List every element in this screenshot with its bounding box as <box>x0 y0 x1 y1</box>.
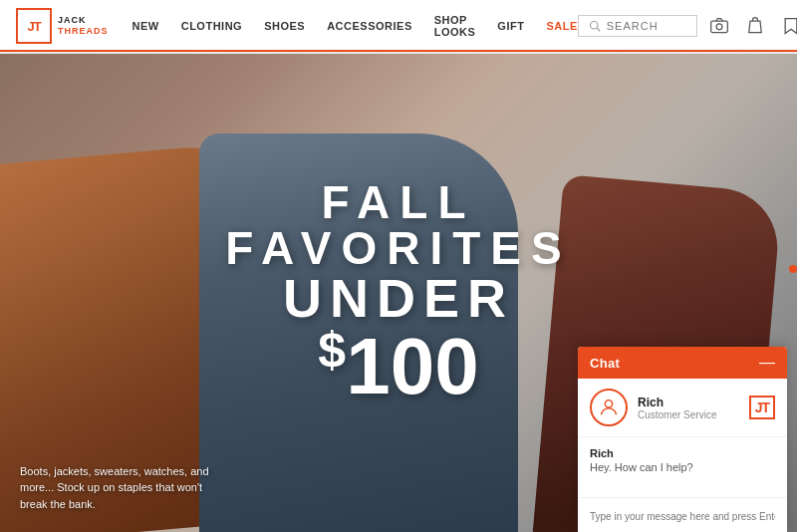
agent-role: Customer Service <box>638 409 716 420</box>
agent-avatar-icon <box>598 397 620 418</box>
hero-line3: UNDER <box>225 271 571 325</box>
chat-agent-info: Rich Customer Service <box>590 389 716 426</box>
svg-line-1 <box>597 28 600 31</box>
nav-item-clothing[interactable]: CLOTHING <box>181 20 242 32</box>
red-dot-indicator <box>789 265 797 273</box>
search-input[interactable] <box>607 20 686 32</box>
nav-item-sale[interactable]: SALE <box>546 20 577 32</box>
svg-rect-2 <box>710 21 727 33</box>
logo-icon: JT <box>16 8 52 44</box>
hero-subtitle: Boots, jackets, sweaters, watches, and m… <box>20 463 219 513</box>
header-icons <box>707 14 797 38</box>
bag-icon-button[interactable] <box>743 14 767 38</box>
header-red-bar <box>0 50 797 52</box>
chat-message-area: Rich Hey. How can I help? <box>578 437 787 497</box>
agent-avatar <box>590 389 628 426</box>
header: JT JACK THREADS NEW CLOTHING SHOES ACCES… <box>0 0 797 54</box>
chat-input[interactable] <box>590 511 775 522</box>
nav-item-new[interactable]: NEW <box>133 20 159 32</box>
bookmark-icon-button[interactable] <box>779 14 797 38</box>
brand-name: JACK THREADS <box>58 15 109 37</box>
svg-point-3 <box>716 24 722 30</box>
nav-item-gift[interactable]: GIFT <box>497 20 524 32</box>
chat-input-area[interactable] <box>578 497 787 532</box>
chat-minimize-button[interactable]: — <box>759 355 775 371</box>
chat-widget: Chat — Rich Customer Service JT Rich <box>578 347 787 532</box>
search-area[interactable] <box>578 15 697 37</box>
camera-icon <box>709 16 729 36</box>
camera-icon-button[interactable] <box>707 14 731 38</box>
main-nav: NEW CLOTHING SHOES ACCESSORIES SHOP LOOK… <box>133 14 578 38</box>
chat-brand-logo: JT <box>749 396 775 419</box>
agent-text-info: Rich Customer Service <box>638 396 716 420</box>
hero-line1: FALL <box>225 179 571 225</box>
svg-point-0 <box>590 22 598 30</box>
hero-price-symbol: $ <box>318 322 346 378</box>
bag-icon <box>745 16 765 36</box>
nav-item-accessories[interactable]: ACCESSORIES <box>327 20 412 32</box>
search-icon <box>589 20 601 32</box>
chat-agent-row: Rich Customer Service JT <box>578 379 787 437</box>
agent-name: Rich <box>638 396 716 409</box>
hero-section: FALL FAVORITES UNDER $100 Boots, jackets… <box>0 54 797 532</box>
chat-message-sender: Rich <box>590 447 775 459</box>
svg-point-8 <box>605 400 612 407</box>
chat-title: Chat <box>590 356 620 371</box>
hero-price: $100 <box>225 325 571 407</box>
hero-line2: FAVORITES <box>225 225 571 271</box>
nav-item-shop-looks[interactable]: SHOP LOOKS <box>434 14 476 38</box>
chat-message-text: Hey. How can I help? <box>590 461 775 473</box>
nav-item-shoes[interactable]: SHOES <box>264 20 305 32</box>
hero-price-amount: 100 <box>346 322 478 410</box>
chat-header: Chat — <box>578 347 787 379</box>
hero-text-block: FALL FAVORITES UNDER $100 <box>225 179 571 407</box>
bookmark-icon <box>781 16 797 36</box>
logo[interactable]: JT JACK THREADS <box>16 8 109 44</box>
